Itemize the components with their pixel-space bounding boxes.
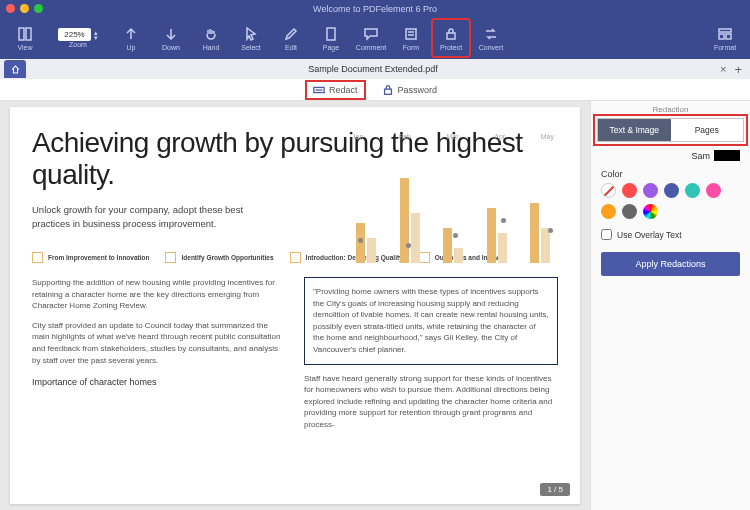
zoom-label: Zoom (69, 41, 87, 48)
feature-a: From Improvement to Innovation (48, 254, 149, 261)
overlay-checkbox-row[interactable]: Use Overlay Text (591, 227, 750, 250)
page-label: Page (323, 44, 339, 51)
home-tab[interactable] (4, 60, 26, 78)
color-swatch[interactable] (706, 183, 721, 198)
protect-subbar: Redact Password (0, 79, 750, 101)
chart-line-point (358, 238, 363, 243)
tab-strip: Sample Document Extended.pdf × + (0, 59, 750, 79)
lock-icon (443, 26, 459, 42)
zoom-stepper[interactable]: ▴▾ (94, 30, 98, 40)
view-label: View (17, 44, 32, 51)
convert-tool[interactable]: Convert (472, 19, 510, 57)
app-title: Welcome to PDFelement 6 Pro (313, 4, 437, 14)
tab-text-image[interactable]: Text & Image (598, 119, 671, 141)
svg-rect-2 (327, 28, 335, 40)
zoom-value: 225% (58, 28, 90, 41)
convert-label: Convert (479, 44, 504, 51)
sample-label: Sam (691, 151, 710, 161)
format-label: Format (714, 44, 736, 51)
tab-pages[interactable]: Pages (671, 119, 744, 141)
hand-label: Hand (203, 44, 220, 51)
comment-tool[interactable]: Comment (352, 19, 390, 57)
col1-h3: Importance of character homes (32, 376, 286, 389)
chart-bar-group (528, 203, 552, 263)
svg-rect-4 (447, 33, 455, 39)
chart-month-label: Mar (447, 133, 459, 140)
redact-icon (313, 84, 325, 96)
edit-tool[interactable]: Edit (272, 19, 310, 57)
format-tool[interactable]: Format (706, 19, 744, 57)
up-tool[interactable]: Up (112, 19, 150, 57)
svg-rect-5 (719, 29, 731, 32)
overlay-label: Use Overlay Text (617, 230, 682, 240)
main-toolbar: View 225% ▴▾ Zoom Up Down Hand Select E (0, 17, 750, 59)
color-none[interactable] (601, 183, 616, 198)
form-tool[interactable]: Form (392, 19, 430, 57)
color-swatch[interactable] (643, 183, 658, 198)
convert-icon (483, 26, 499, 42)
down-tool[interactable]: Down (152, 19, 190, 57)
window-close[interactable] (6, 4, 15, 13)
document-viewport[interactable]: Achieving growth by pursuing the highest… (0, 101, 590, 510)
zoom-tool[interactable]: 225% ▴▾ Zoom (46, 19, 110, 57)
chart-month-label: Jan (352, 133, 363, 140)
up-arrow-icon (123, 26, 139, 42)
apply-redactions-button[interactable]: Apply Redactions (601, 252, 740, 276)
redact-label: Redact (329, 85, 358, 95)
color-swatch[interactable] (622, 204, 637, 219)
svg-rect-0 (19, 28, 24, 40)
form-label: Form (403, 44, 419, 51)
color-picker-icon[interactable] (643, 204, 658, 219)
chart-bar-group (354, 223, 378, 263)
titlebar: Welcome to PDFelement 6 Pro (0, 0, 750, 17)
feature-icon (165, 252, 176, 263)
chart-month-label: May (541, 133, 554, 140)
chart-month-label: Apr (494, 133, 505, 140)
protect-tool[interactable]: Protect (432, 19, 470, 57)
color-label: Color (591, 163, 750, 183)
password-button[interactable]: Password (376, 82, 444, 98)
color-swatch[interactable] (685, 183, 700, 198)
down-label: Down (162, 44, 180, 51)
doc-chart: JanFebMarAprMay (348, 133, 558, 263)
col1-p1: Supporting the addition of new housing w… (32, 277, 286, 312)
hand-tool[interactable]: Hand (192, 19, 230, 57)
svg-rect-7 (726, 34, 731, 39)
select-tool[interactable]: Select (232, 19, 270, 57)
window-maximize[interactable] (34, 4, 43, 13)
form-icon (403, 26, 419, 42)
col1-p2: City staff provided an update to Council… (32, 320, 286, 366)
add-tab-icon[interactable]: + (730, 62, 746, 77)
redact-button[interactable]: Redact (307, 82, 364, 98)
select-icon (243, 26, 259, 42)
password-label: Password (398, 85, 438, 95)
chart-line-point (501, 218, 506, 223)
format-icon (717, 26, 733, 42)
page-icon (323, 26, 339, 42)
color-swatch[interactable] (664, 183, 679, 198)
window-minimize[interactable] (20, 4, 29, 13)
down-arrow-icon (163, 26, 179, 42)
quote-box: "Providing home owners with these types … (304, 277, 558, 365)
document-page: Achieving growth by pursuing the highest… (10, 107, 580, 504)
overlay-checkbox[interactable] (601, 229, 612, 240)
svg-rect-3 (406, 29, 416, 39)
file-tab[interactable]: Sample Document Extended.pdf (30, 64, 716, 74)
chart-month-label: Feb (399, 133, 411, 140)
edit-icon (283, 26, 299, 42)
chart-bar-group (398, 178, 422, 263)
svg-rect-6 (719, 34, 724, 39)
color-swatch[interactable] (601, 204, 616, 219)
select-label: Select (241, 44, 260, 51)
doc-lead: Unlock growth for your company, adopt th… (32, 203, 282, 230)
panel-title: Redaction (591, 101, 750, 116)
page-tool[interactable]: Page (312, 19, 350, 57)
close-tab-icon[interactable]: × (716, 63, 730, 75)
svg-rect-9 (384, 89, 391, 94)
redaction-mode-tabs: Text & Image Pages (597, 118, 744, 142)
hand-icon (203, 26, 219, 42)
password-icon (382, 84, 394, 96)
view-tool[interactable]: View (6, 19, 44, 57)
chart-bar-group (485, 208, 509, 263)
color-swatch[interactable] (622, 183, 637, 198)
